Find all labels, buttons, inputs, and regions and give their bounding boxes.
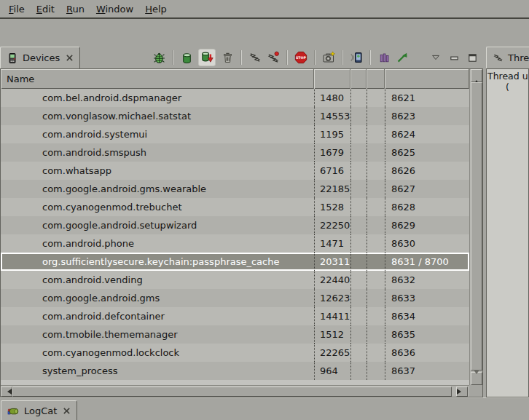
cell-port: 8628	[385, 198, 469, 216]
cell-pid: 22185	[314, 180, 350, 198]
cell-d2	[367, 234, 385, 253]
threads-message-line2: (	[487, 82, 528, 92]
vertical-scrollbar-thumb[interactable]	[471, 82, 482, 371]
table-row[interactable]: com.android.smspush16798625	[1, 143, 469, 162]
process-table: Name com.bel.android.dspmanager14808621c…	[1, 69, 469, 385]
screen-capture-camera-icon	[322, 51, 335, 64]
cell-pid: 12623	[314, 289, 350, 307]
logcat-tab-close-icon[interactable]	[63, 407, 71, 415]
menu-item-run[interactable]: Run	[60, 4, 90, 15]
column-header-blank2[interactable]	[367, 69, 385, 89]
table-row[interactable]: com.cyanogenmod.lockclock222658636	[1, 344, 469, 362]
method-profiling-icon	[378, 52, 391, 64]
scroll-down-button[interactable]	[471, 372, 482, 385]
cell-pid: 1195	[314, 125, 350, 143]
table-row[interactable]: com.whatsapp67168626	[1, 162, 469, 180]
cell-pid: 1679	[314, 143, 350, 162]
vertical-scrollbar[interactable]	[469, 69, 482, 385]
menu-item-window[interactable]: Window	[90, 4, 139, 15]
toolbar-separator	[172, 50, 173, 65]
cell-d1	[350, 198, 367, 216]
toolbar-separator	[286, 50, 288, 65]
scroll-right-button[interactable]	[456, 387, 468, 397]
threads-tabstrip: Threads	[486, 44, 529, 68]
threads-tab-label: Threads	[508, 52, 529, 63]
column-header-blank1[interactable]	[350, 69, 367, 89]
cell-name: com.google.android.gms.wearable	[1, 180, 314, 198]
cause-gc-trash-icon	[222, 52, 234, 64]
screen-capture-button[interactable]	[322, 51, 335, 64]
column-header-pid[interactable]	[314, 69, 350, 89]
column-header-name[interactable]: Name	[1, 69, 314, 89]
debug-process-button[interactable]	[152, 51, 165, 64]
table-row[interactable]: system_process9648637	[1, 362, 469, 380]
scrollbar-corner	[469, 385, 482, 397]
menu-item-edit[interactable]: Edit	[31, 4, 60, 15]
cell-name: com.android.phone	[1, 234, 314, 253]
view-menu-button[interactable]	[429, 51, 442, 64]
table-row[interactable]: com.cyanogenmod.trebuchet15288628	[1, 198, 469, 216]
toolbar-separator	[240, 50, 242, 65]
table-row[interactable]: com.android.defcontainer144118634	[1, 307, 469, 325]
cell-pid: 14411	[314, 307, 350, 325]
cell-d2	[367, 143, 385, 162]
scroll-up-button[interactable]	[471, 69, 482, 82]
update-heap-button[interactable]	[180, 51, 193, 64]
stop-process-button[interactable]: STOP	[294, 51, 307, 64]
table-row[interactable]: com.android.systemui11958624	[1, 125, 469, 143]
cell-pid: 22250	[314, 216, 350, 234]
cell-port: 8632	[385, 271, 469, 289]
screen-record-button[interactable]	[350, 51, 363, 64]
cell-d1	[350, 271, 367, 289]
threads-tab-icon	[493, 52, 503, 63]
cell-pid: 20311	[314, 253, 350, 271]
table-row[interactable]: com.android.phone14718630	[1, 234, 469, 253]
table-row[interactable]: com.google.android.gms126238633	[1, 289, 469, 307]
cell-d2	[367, 107, 385, 125]
maximize-icon	[467, 52, 478, 63]
minimize-button[interactable]	[447, 51, 461, 64]
systrace-button[interactable]	[396, 51, 409, 64]
cell-port: 8624	[385, 125, 469, 143]
cell-d2	[367, 253, 385, 271]
horizontal-scrollbar-thumb[interactable]	[12, 387, 452, 397]
cell-port: 8637	[385, 362, 469, 380]
table-row[interactable]: com.vonglasow.michael.satstat145538623	[1, 107, 469, 125]
scroll-left-button[interactable]	[1, 387, 12, 397]
cell-d2	[367, 89, 385, 107]
cell-d1	[350, 362, 367, 380]
cell-d2	[367, 289, 385, 307]
dump-threads-icon	[267, 51, 280, 64]
devices-tab-close-icon[interactable]	[66, 54, 74, 62]
table-body: com.bel.android.dspmanager14808621com.vo…	[1, 89, 469, 380]
table-row-selected[interactable]: org.sufficientlysecure.keychain:passphra…	[1, 253, 469, 271]
menu-item-file[interactable]: File	[3, 4, 31, 15]
cell-name: com.vonglasow.michael.satstat	[1, 107, 314, 125]
menu-item-help[interactable]: Help	[139, 4, 173, 15]
table-row[interactable]: com.google.android.gms.wearable221858627	[1, 180, 469, 198]
cause-gc-button[interactable]	[221, 51, 234, 64]
cell-name: system_process	[1, 362, 314, 380]
cell-d1	[350, 344, 367, 362]
table-row[interactable]: com.google.android.setupwizard222508629	[1, 216, 469, 234]
cell-d2	[367, 180, 385, 198]
horizontal-scrollbar[interactable]	[1, 385, 469, 397]
method-profiling-button[interactable]	[377, 51, 391, 64]
debug-bug-icon	[153, 52, 165, 64]
column-header-port[interactable]	[385, 69, 469, 89]
dump-threads-button[interactable]	[267, 51, 280, 64]
tab-logcat[interactable]: LogCat	[1, 400, 77, 420]
table-header: Name	[1, 69, 469, 89]
dump-hprof-button[interactable]	[198, 49, 216, 66]
update-threads-button[interactable]	[248, 51, 262, 64]
cell-port: 8633	[385, 289, 469, 307]
tab-threads[interactable]: Threads	[486, 47, 529, 68]
cell-name: com.google.android.gms	[1, 289, 314, 307]
table-row[interactable]: com.tmobile.thememanager15128635	[1, 325, 469, 344]
maximize-button[interactable]	[466, 51, 479, 64]
table-row[interactable]: com.bel.android.dspmanager14808621	[1, 89, 469, 107]
tab-devices[interactable]: Devices	[0, 47, 80, 68]
view-menu-chevron-icon	[431, 52, 441, 63]
cell-name: org.sufficientlysecure.keychain:passphra…	[1, 253, 314, 271]
table-row[interactable]: com.android.vending224408632	[1, 271, 469, 289]
